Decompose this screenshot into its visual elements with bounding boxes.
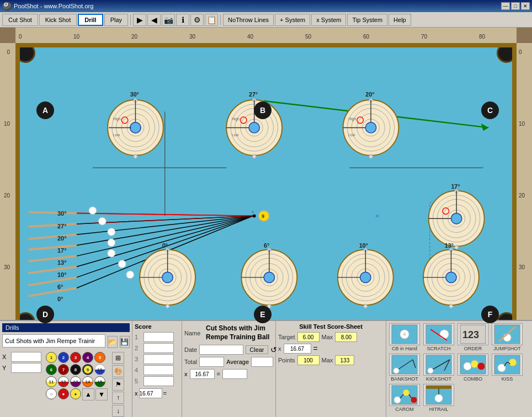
equals-label: = — [163, 390, 167, 397]
bankshot-icon[interactable]: BANKSHOT — [389, 354, 421, 382]
info-icon-button[interactable]: ℹ — [176, 14, 189, 26]
points-max-label: Max — [322, 357, 333, 363]
kick-shot-button[interactable]: Kick Shot — [39, 14, 77, 26]
drill-list[interactable]: Cut Shots with Jim Rempe Trainir — [2, 334, 105, 348]
score-input-2[interactable] — [143, 343, 174, 353]
clear-button[interactable]: Clear — [246, 345, 268, 354]
ball-8[interactable]: 8 — [70, 364, 81, 375]
score-input-5[interactable] — [143, 376, 174, 386]
cut-shot-button[interactable]: Cut Shot — [2, 14, 38, 26]
kickshot-img — [423, 354, 454, 376]
maximize-button[interactable]: □ — [511, 2, 520, 10]
result-input[interactable] — [222, 369, 247, 379]
ball-solid-yellow[interactable]: ● — [70, 388, 81, 399]
pool-table[interactable]: × 30° High — [15, 43, 517, 332]
settings-icon-button[interactable]: ⚙ — [190, 14, 204, 26]
svg-point-52 — [108, 100, 163, 156]
svg-point-53 — [112, 104, 159, 151]
cb-in-hand-icon[interactable]: CB in Hand — [389, 323, 421, 351]
combo-icon[interactable]: COMBO — [457, 354, 489, 382]
ball-9[interactable]: 9 — [82, 364, 93, 375]
ball-11[interactable]: 11 — [46, 376, 57, 387]
svg-text:20: 20 — [131, 34, 138, 40]
svg-point-84 — [357, 114, 385, 141]
ball-12[interactable]: 12 — [58, 376, 69, 387]
camera-icon-button[interactable]: 📷 — [162, 14, 175, 26]
save-drill-button[interactable]: 💾 — [120, 336, 130, 348]
svg-point-158 — [258, 211, 269, 221]
svg-point-155 — [108, 249, 115, 257]
minimize-button[interactable]: — — [501, 2, 510, 10]
svg-point-63 — [121, 117, 128, 124]
ball-15[interactable]: 15 — [94, 376, 105, 387]
ball-2[interactable]: 2 — [58, 352, 69, 363]
open-drill-button[interactable]: 📂 — [108, 336, 118, 348]
play-icon-button[interactable]: ▶ — [133, 14, 146, 26]
flag-icon-button[interactable]: ⚑ — [112, 378, 124, 391]
total-field-label: Total — [184, 359, 197, 365]
carom-icon[interactable]: CAROM — [389, 384, 421, 412]
close-button[interactable]: ✕ — [521, 2, 530, 10]
back-icon-button[interactable]: ◀ — [147, 14, 161, 26]
scratch-icon[interactable]: SCRATCH — [423, 323, 455, 351]
svg-point-141 — [428, 254, 475, 301]
date-input[interactable] — [199, 345, 243, 355]
score-input-3[interactable] — [143, 354, 174, 364]
ball-14[interactable]: 14 — [82, 376, 93, 387]
title-bar: 🎱 PoolShot - www.PoolShot.org — □ ✕ — [0, 0, 532, 12]
jumpshot-icon[interactable]: JUMPSHOT — [491, 323, 523, 351]
points-value-input[interactable] — [297, 355, 320, 365]
max-value-input[interactable] — [335, 332, 357, 342]
up-arrow-button[interactable]: ↑ — [112, 392, 124, 404]
average-input[interactable] — [251, 357, 273, 367]
nothrow-lines-button[interactable]: NoThrow Lines — [223, 14, 274, 26]
points-max-input[interactable] — [335, 355, 354, 365]
x-input[interactable] — [11, 352, 41, 362]
ball-cue-white[interactable]: ○ — [46, 388, 57, 399]
x-skill-input[interactable] — [284, 344, 311, 354]
ball-6[interactable]: 6 — [46, 364, 57, 375]
target-value-input[interactable] — [297, 332, 320, 342]
order-icon[interactable]: 123 ORDER — [457, 323, 489, 351]
date-field-label: Date — [184, 346, 197, 353]
hitrail-icon[interactable]: HITRAIL — [423, 384, 455, 412]
tip-system-button[interactable]: Tip System — [347, 14, 387, 26]
drill-button[interactable]: Drill — [78, 14, 103, 26]
svg-text:40: 40 — [247, 34, 254, 40]
palette-icon-button[interactable]: 🎨 — [112, 365, 124, 377]
y-input[interactable] — [11, 363, 41, 373]
x-mult-input[interactable] — [190, 369, 215, 379]
x-multiplier-input[interactable] — [139, 388, 162, 398]
ball-3[interactable]: 3 — [70, 352, 81, 363]
ball-7[interactable]: 7 — [58, 364, 69, 375]
clipboard-icon-button[interactable]: 📋 — [205, 14, 218, 26]
score-input-1[interactable] — [143, 332, 174, 342]
ball-4[interactable]: 4 — [82, 352, 93, 363]
svg-point-130 — [342, 254, 389, 301]
svg-text:30°: 30° — [130, 91, 139, 98]
ball-solid-red[interactable]: ● — [58, 388, 69, 399]
plus-system-button[interactable]: + System — [275, 14, 310, 26]
play-button[interactable]: Play — [104, 14, 128, 26]
svg-point-131 — [346, 258, 385, 297]
help-button[interactable]: Help — [389, 14, 411, 26]
svg-line-44 — [29, 277, 77, 286]
score-input-4[interactable] — [143, 365, 174, 375]
down-arrow-button2[interactable]: ↓ — [112, 405, 124, 417]
kickshot-icon[interactable]: KICKSHOT — [423, 354, 455, 382]
arrow-down-button[interactable]: ▼ — [95, 388, 108, 400]
ball-1[interactable]: 1 — [46, 352, 57, 363]
svg-point-129 — [338, 249, 393, 305]
ball-5[interactable]: 5 — [94, 352, 105, 363]
kiss-icon[interactable]: KISS — [491, 354, 523, 382]
ball-10[interactable]: 10 — [94, 364, 105, 375]
score-section: Score 1 2 3 4 5 x = — [132, 321, 182, 417]
arrow-up-button[interactable]: ▲ — [82, 388, 94, 400]
x-system-button[interactable]: x System — [311, 14, 346, 26]
pocket-top-left — [15, 43, 35, 63]
grid-icon-button[interactable]: ⊞ — [112, 352, 124, 364]
total-input[interactable] — [199, 357, 224, 367]
corner-label-a: A — [36, 101, 54, 119]
ball-13[interactable]: 13 — [70, 376, 81, 387]
corner-label-f: F — [481, 306, 499, 323]
